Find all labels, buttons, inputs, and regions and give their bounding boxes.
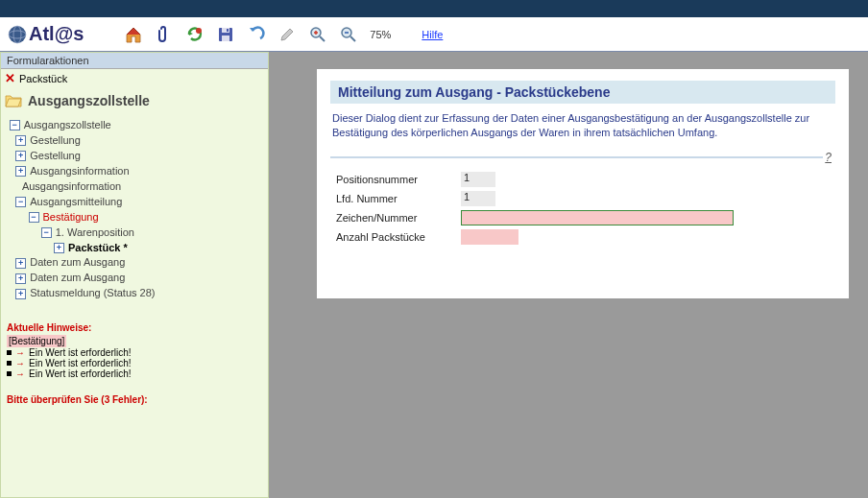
tree-packstueck[interactable]: Packstück * [68,241,128,256]
folder-icon [5,94,22,107]
divider [330,156,823,158]
value-positionsnummer: 1 [461,172,495,187]
hints-section: Aktuelle Hinweise: [Bestätigung] →Ein We… [1,305,268,409]
refresh-icon[interactable] [185,25,205,44]
hint-row: →Ein Wert ist erforderlich! [7,368,262,379]
svg-point-2 [196,28,202,34]
arrow-icon: → [15,368,25,379]
undo-icon[interactable] [247,25,266,44]
expand-icon[interactable]: + [15,151,26,161]
content-area: Mitteilung zum Ausgang - Packstückebene … [269,52,868,498]
hint-text: Ein Wert ist erforderlich! [29,368,132,379]
app-logo: Atl@s [8,23,84,45]
form: Positionsnummer 1 Lfd. Nummer 1 Zeichen/… [330,164,835,287]
tree-ausgangsmitteilung[interactable]: Ausgangsmitteilung [30,195,122,210]
bullet-icon [7,350,12,355]
hint-text: Ein Wert ist erforderlich! [29,358,132,368]
zoom-out-icon[interactable] [339,25,358,44]
window-titlebar [0,0,868,17]
bullet-icon [7,371,12,376]
hint-category: [Bestätigung] [7,335,66,347]
expand-icon[interactable]: + [15,273,26,284]
sidebar-title: Ausgangszollstelle [1,87,268,114]
svg-rect-6 [227,29,229,32]
edit-icon[interactable] [277,25,297,44]
arrow-icon: → [15,347,25,358]
svg-rect-5 [222,36,229,41]
value-lfd-nummer: 1 [461,191,495,206]
svg-line-12 [350,36,355,41]
collapse-icon[interactable]: − [41,227,52,238]
tree-daten-ausgang[interactable]: Daten zum Ausgang [30,255,125,271]
save-icon[interactable] [216,25,235,44]
expand-icon[interactable]: + [15,289,26,299]
sidebar-header: Formularaktionen [1,53,268,69]
delete-packstueck-action[interactable]: ✕ Packstück [1,69,268,87]
tree-statusmeldung[interactable]: Statusmeldung (Status 28) [30,286,155,301]
input-anzahl-packstuecke[interactable] [461,229,518,245]
collapse-icon[interactable]: − [10,120,20,130]
sidebar: Formularaktionen ✕ Packstück Ausgangszol… [0,52,269,498]
action-label: Packstück [19,73,67,84]
hint-row: →Ein Wert ist erforderlich! [7,358,262,368]
check-title: Bitte überprüfen Sie (3 Fehler): [7,394,262,405]
label-lfd-nummer: Lfd. Nummer [336,193,461,204]
collapse-icon[interactable]: − [15,197,26,207]
zoom-in-icon[interactable] [308,25,327,44]
tree-ausgangsinfo[interactable]: Ausgangsinformation [22,179,121,195]
expand-icon[interactable]: + [54,243,64,253]
expand-icon[interactable]: + [15,135,26,146]
hint-row: →Ein Wert ist erforderlich! [7,347,262,358]
help-icon[interactable]: ? [825,151,832,164]
panel-description: Dieser Dialog dient zur Erfassung der Da… [330,111,835,141]
hint-text: Ein Wert ist erforderlich! [29,347,132,358]
label-positionsnummer: Positionsnummer [336,174,461,185]
nav-tree: −Ausgangszollstelle +Gestellung +Gestell… [1,114,268,305]
attach-icon[interactable] [155,25,174,44]
help-link[interactable]: Hilfe [422,29,443,40]
x-icon: ✕ [5,71,15,85]
zoom-level: 75% [370,29,391,40]
panel-title: Mitteilung zum Ausgang - Packstückebene [330,81,835,104]
tree-warenposition[interactable]: 1. Warenposition [56,225,134,241]
tree-ausgangsinfo[interactable]: Ausgangsinformation [30,164,129,179]
tree-bestaetigung[interactable]: Bestätigung [43,210,99,225]
svg-line-8 [320,36,325,41]
arrow-icon: → [15,358,25,368]
tree-gestellung[interactable]: Gestellung [30,149,81,164]
label-zeichen-nummer: Zeichen/Nummer [336,212,461,224]
toolbar: Atl@s 75% Hilfe [0,17,868,52]
collapse-icon[interactable]: − [29,212,39,223]
input-zeichen-nummer[interactable] [461,210,734,225]
tree-daten-ausgang[interactable]: Daten zum Ausgang [30,271,125,286]
label-anzahl-packstuecke: Anzahl Packstücke [336,231,461,243]
hints-title: Aktuelle Hinweise: [7,322,262,333]
globe-icon [8,25,27,44]
expand-icon[interactable]: + [15,166,26,177]
svg-point-0 [9,26,26,43]
tree-gestellung[interactable]: Gestellung [30,133,81,149]
home-icon[interactable] [124,25,143,44]
form-panel: Mitteilung zum Ausgang - Packstückebene … [317,69,849,298]
expand-icon[interactable]: + [15,258,26,269]
bullet-icon [7,361,12,366]
tree-ausgangszollstelle[interactable]: Ausgangszollstelle [24,118,111,133]
